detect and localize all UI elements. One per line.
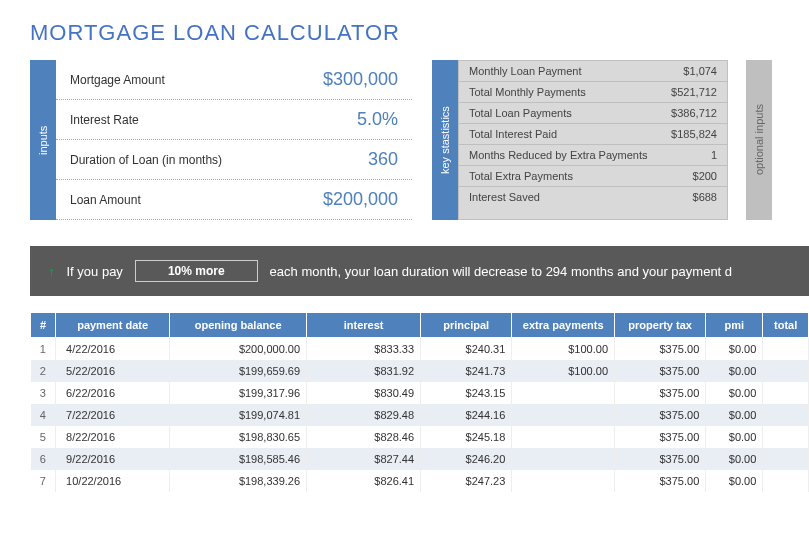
cell-balance: $198,339.26 — [170, 470, 307, 492]
banner-prefix: If you pay — [67, 264, 123, 279]
table-row: 36/22/2016$199,317.96$830.49$243.15$375.… — [31, 382, 809, 404]
input-row: Duration of Loan (in months) 360 — [56, 140, 412, 180]
table-row: 25/22/2016$199,659.69$831.92$241.73$100.… — [31, 360, 809, 382]
stats-label: Monthly Loan Payment — [469, 65, 582, 77]
optional-inputs-tab[interactable]: optional inputs — [746, 60, 772, 220]
stats-label: Total Loan Payments — [469, 107, 572, 119]
cell-date: 7/22/2016 — [56, 404, 170, 426]
cell-principal: $243.15 — [421, 382, 512, 404]
cell-tax: $375.00 — [615, 426, 706, 448]
cell-extra: $100.00 — [512, 360, 615, 382]
th-tax: property tax — [615, 313, 706, 338]
stats-sidebar-label: key stastistics — [432, 60, 458, 220]
table-row: 14/22/2016$200,000.00$833.33$240.31$100.… — [31, 338, 809, 361]
table-row: 69/22/2016$198,585.46$827.44$246.20$375.… — [31, 448, 809, 470]
stats-row: Total Interest Paid$185,824 — [459, 124, 727, 145]
th-total: total — [763, 313, 809, 338]
cell-interest: $833.33 — [307, 338, 421, 361]
cell-date: 9/22/2016 — [56, 448, 170, 470]
stats-label: Interest Saved — [469, 191, 540, 203]
stats-row: Total Loan Payments$386,712 — [459, 103, 727, 124]
input-label: Interest Rate — [70, 113, 139, 127]
cell-total — [763, 404, 809, 426]
arrow-up-icon: ↑ — [48, 264, 55, 279]
cell-principal: $244.16 — [421, 404, 512, 426]
th-pmi: pmi — [706, 313, 763, 338]
stats-row: Total Monthly Payments$521,712 — [459, 82, 727, 103]
amortization-table: # payment date opening balance interest … — [30, 312, 809, 492]
th-interest: interest — [307, 313, 421, 338]
stats-row: Total Extra Payments$200 — [459, 166, 727, 187]
th-date: payment date — [56, 313, 170, 338]
cell-date: 5/22/2016 — [56, 360, 170, 382]
cell-principal: $245.18 — [421, 426, 512, 448]
input-row: Interest Rate 5.0% — [56, 100, 412, 140]
cell-balance: $200,000.00 — [170, 338, 307, 361]
banner-suffix: each month, your loan duration will decr… — [270, 264, 733, 279]
stats-value: $688 — [693, 191, 717, 203]
cell-total — [763, 426, 809, 448]
stats-label: Total Extra Payments — [469, 170, 573, 182]
cell-tax: $375.00 — [615, 338, 706, 361]
cell-interest: $828.46 — [307, 426, 421, 448]
stats-value: $521,712 — [671, 86, 717, 98]
stats-body: Monthly Loan Payment$1,074 Total Monthly… — [458, 60, 728, 220]
cell-interest: $827.44 — [307, 448, 421, 470]
cell-date: 4/22/2016 — [56, 338, 170, 361]
cell-idx: 2 — [31, 360, 56, 382]
cell-tax: $375.00 — [615, 470, 706, 492]
cell-total — [763, 338, 809, 361]
cell-tax: $375.00 — [615, 404, 706, 426]
stats-value: $386,712 — [671, 107, 717, 119]
cell-interest: $829.48 — [307, 404, 421, 426]
advice-banner: ↑ If you pay 10% more each month, your l… — [30, 246, 809, 296]
cell-balance: $199,317.96 — [170, 382, 307, 404]
cell-interest: $830.49 — [307, 382, 421, 404]
cell-extra — [512, 426, 615, 448]
table-row: 47/22/2016$199,074.81$829.48$244.16$375.… — [31, 404, 809, 426]
input-value[interactable]: $300,000 — [323, 69, 398, 90]
table-row: 710/22/2016$198,339.26$826.41$247.23$375… — [31, 470, 809, 492]
cell-interest: $831.92 — [307, 360, 421, 382]
cell-idx: 3 — [31, 382, 56, 404]
input-label: Duration of Loan (in months) — [70, 153, 222, 167]
page-title: MORTGAGE LOAN CALCULATOR — [30, 20, 809, 46]
input-value[interactable]: 5.0% — [357, 109, 398, 130]
cell-idx: 6 — [31, 448, 56, 470]
cell-pmi: $0.00 — [706, 470, 763, 492]
th-extra: extra payments — [512, 313, 615, 338]
stats-value: $1,074 — [683, 65, 717, 77]
stats-label: Months Reduced by Extra Payments — [469, 149, 648, 161]
cell-extra — [512, 448, 615, 470]
th-principal: principal — [421, 313, 512, 338]
cell-total — [763, 448, 809, 470]
cell-date: 8/22/2016 — [56, 426, 170, 448]
stats-value: 1 — [711, 149, 717, 161]
cell-pmi: $0.00 — [706, 404, 763, 426]
stats-panel: key stastistics Monthly Loan Payment$1,0… — [432, 60, 772, 220]
th-idx: # — [31, 313, 56, 338]
cell-extra — [512, 470, 615, 492]
stats-value: $200 — [693, 170, 717, 182]
input-label: Mortgage Amount — [70, 73, 165, 87]
th-balance: opening balance — [170, 313, 307, 338]
cell-balance: $198,830.65 — [170, 426, 307, 448]
stats-row: Monthly Loan Payment$1,074 — [459, 61, 727, 82]
cell-balance: $199,659.69 — [170, 360, 307, 382]
table-row: 58/22/2016$198,830.65$828.46$245.18$375.… — [31, 426, 809, 448]
cell-pmi: $0.00 — [706, 338, 763, 361]
cell-pmi: $0.00 — [706, 360, 763, 382]
cell-total — [763, 382, 809, 404]
input-value[interactable]: $200,000 — [323, 189, 398, 210]
cell-idx: 1 — [31, 338, 56, 361]
input-value[interactable]: 360 — [368, 149, 398, 170]
cell-idx: 4 — [31, 404, 56, 426]
cell-tax: $375.00 — [615, 360, 706, 382]
banner-pct-input[interactable]: 10% more — [135, 260, 258, 282]
stats-value: $185,824 — [671, 128, 717, 140]
cell-balance: $198,585.46 — [170, 448, 307, 470]
cell-extra — [512, 404, 615, 426]
cell-tax: $375.00 — [615, 382, 706, 404]
table-header-row: # payment date opening balance interest … — [31, 313, 809, 338]
stats-row: Months Reduced by Extra Payments1 — [459, 145, 727, 166]
